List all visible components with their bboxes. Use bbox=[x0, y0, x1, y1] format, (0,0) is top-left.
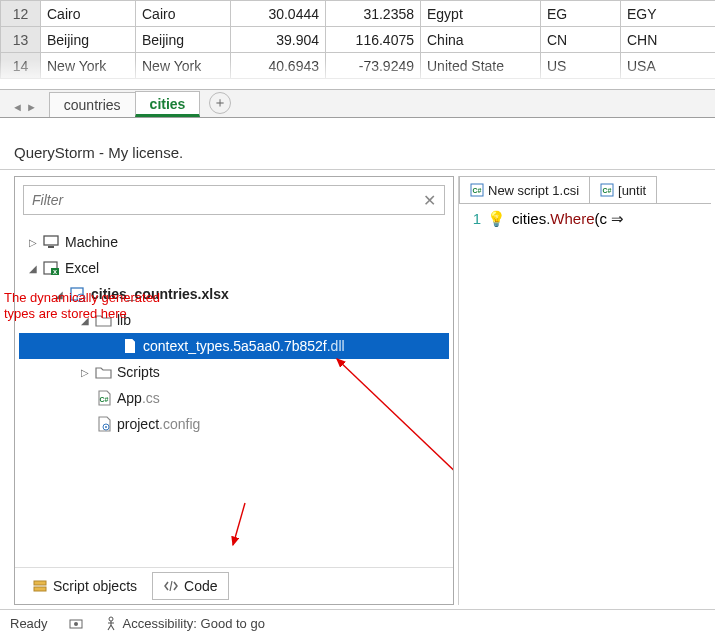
cell[interactable]: Beijing bbox=[41, 27, 136, 53]
editor-tab-2[interactable]: C# [untit bbox=[590, 176, 657, 203]
code-editor[interactable]: 1 💡 cities.Where(c ⇒ bbox=[459, 204, 711, 605]
workbook-icon bbox=[69, 285, 87, 303]
row-number[interactable]: 14 bbox=[1, 53, 41, 79]
cell[interactable]: CN bbox=[541, 27, 621, 53]
cell[interactable]: Cairo bbox=[41, 1, 136, 27]
expand-icon[interactable]: ▷ bbox=[79, 367, 91, 378]
explorer-tabs: Script objects Code bbox=[15, 567, 453, 604]
add-sheet-button[interactable]: ＋ bbox=[209, 92, 231, 114]
cell[interactable]: 116.4075 bbox=[326, 27, 421, 53]
cell[interactable]: New York bbox=[41, 53, 136, 79]
line-number: 1 bbox=[465, 210, 487, 599]
code-icon bbox=[163, 578, 179, 594]
annotation-arrow-code bbox=[215, 503, 255, 563]
svg-point-20 bbox=[74, 622, 78, 626]
svg-point-9 bbox=[105, 426, 107, 428]
sheet-row[interactable]: 14New YorkNew York40.6943-73.9249United … bbox=[1, 53, 716, 79]
cell[interactable]: 30.0444 bbox=[231, 1, 326, 27]
sheet-row[interactable]: 13BeijingBeijing39.904116.4075ChinaCNCHN bbox=[1, 27, 716, 53]
cell[interactable]: EGY bbox=[621, 1, 716, 27]
lightbulb-icon[interactable]: 💡 bbox=[487, 210, 506, 599]
sheet-row[interactable]: 12CairoCairo30.044431.2358EgyptEGEGY bbox=[1, 1, 716, 27]
svg-point-21 bbox=[109, 617, 113, 621]
cell[interactable]: Egypt bbox=[421, 1, 541, 27]
tree-label: context_types.5a5aa0.7b852f.dll bbox=[143, 338, 345, 354]
editor-pane: C# New script 1.csi C# [untit 1 💡 cities… bbox=[458, 176, 711, 605]
editor-tabs: C# New script 1.csi C# [untit bbox=[459, 176, 711, 204]
svg-rect-1 bbox=[48, 246, 54, 248]
sheet-nav[interactable]: ◄► bbox=[10, 101, 49, 117]
tree-label: project.config bbox=[117, 416, 200, 432]
explorer-pane: ✕ ▷ Machine ◢ X Excel ◢ bbox=[14, 176, 454, 605]
tree-label: App.cs bbox=[117, 390, 160, 406]
filter-input[interactable] bbox=[32, 192, 423, 208]
expand-icon[interactable]: ▷ bbox=[27, 237, 39, 248]
tree: ▷ Machine ◢ X Excel ◢ cities_cou bbox=[15, 223, 453, 567]
collapse-icon[interactable]: ◢ bbox=[27, 263, 39, 274]
svg-line-14 bbox=[170, 581, 172, 591]
tree-node-lib[interactable]: ◢ lib bbox=[19, 307, 449, 333]
folder-open-icon bbox=[95, 311, 113, 329]
spreadsheet[interactable]: 12CairoCairo30.044431.2358EgyptEGEGY13Be… bbox=[0, 0, 715, 90]
svg-text:X: X bbox=[53, 269, 57, 275]
csharp-script-icon: C# bbox=[600, 183, 614, 197]
cell[interactable]: 39.904 bbox=[231, 27, 326, 53]
script-objects-icon bbox=[32, 578, 48, 594]
cell[interactable]: USA bbox=[621, 53, 716, 79]
csharp-file-icon: C# bbox=[95, 389, 113, 407]
tab-countries[interactable]: countries bbox=[49, 92, 136, 117]
machine-icon bbox=[43, 233, 61, 251]
file-icon bbox=[121, 337, 139, 355]
cell[interactable]: EG bbox=[541, 1, 621, 27]
svg-text:C#: C# bbox=[603, 187, 612, 194]
tree-node-machine[interactable]: ▷ Machine bbox=[19, 229, 449, 255]
panel-title: QueryStorm - My license. bbox=[0, 136, 715, 169]
cell[interactable]: United State bbox=[421, 53, 541, 79]
cell[interactable]: China bbox=[421, 27, 541, 53]
status-accessibility[interactable]: Accessibility: Good to go bbox=[104, 616, 265, 632]
tree-label: Excel bbox=[65, 260, 99, 276]
cell[interactable]: US bbox=[541, 53, 621, 79]
collapse-icon[interactable]: ◢ bbox=[79, 315, 91, 326]
tree-label: Scripts bbox=[117, 364, 160, 380]
status-bar: Ready Accessibility: Good to go bbox=[0, 610, 715, 637]
tree-node-excel[interactable]: ◢ X Excel bbox=[19, 255, 449, 281]
folder-icon bbox=[95, 363, 113, 381]
clear-filter-icon[interactable]: ✕ bbox=[423, 191, 436, 210]
svg-rect-13 bbox=[34, 587, 46, 591]
row-number[interactable]: 13 bbox=[1, 27, 41, 53]
config-file-icon bbox=[95, 415, 113, 433]
cell[interactable]: 31.2358 bbox=[326, 1, 421, 27]
tree-label: lib bbox=[117, 312, 131, 328]
row-number[interactable]: 12 bbox=[1, 1, 41, 27]
tree-node-workbook[interactable]: ◢ cities_countries.xlsx bbox=[19, 281, 449, 307]
tab-code[interactable]: Code bbox=[152, 572, 228, 600]
status-macro-icon[interactable] bbox=[68, 616, 84, 632]
cell[interactable]: 40.6943 bbox=[231, 53, 326, 79]
tree-label: cities_countries.xlsx bbox=[91, 286, 229, 302]
svg-point-6 bbox=[77, 294, 85, 302]
cell[interactable]: Beijing bbox=[136, 27, 231, 53]
tab-script-objects[interactable]: Script objects bbox=[21, 572, 148, 600]
svg-rect-12 bbox=[34, 581, 46, 585]
svg-text:C#: C# bbox=[473, 187, 482, 194]
worksheet-tabbar: ◄► countries cities ＋ bbox=[0, 90, 715, 118]
svg-line-10 bbox=[337, 359, 453, 481]
cell[interactable]: -73.9249 bbox=[326, 53, 421, 79]
cell[interactable]: CHN bbox=[621, 27, 716, 53]
tree-label: Machine bbox=[65, 234, 118, 250]
svg-rect-0 bbox=[44, 236, 58, 245]
status-ready: Ready bbox=[10, 616, 48, 631]
cell[interactable]: New York bbox=[136, 53, 231, 79]
code-line[interactable]: cities.Where(c ⇒ bbox=[512, 210, 624, 599]
editor-tab-1[interactable]: C# New script 1.csi bbox=[459, 176, 590, 203]
excel-icon: X bbox=[43, 259, 61, 277]
svg-line-11 bbox=[233, 503, 245, 545]
accessibility-icon bbox=[104, 616, 118, 632]
filter-box[interactable]: ✕ bbox=[23, 185, 445, 215]
collapse-icon[interactable]: ◢ bbox=[53, 289, 65, 300]
svg-text:C#: C# bbox=[100, 396, 109, 403]
tab-cities[interactable]: cities bbox=[135, 91, 201, 117]
annotation-arrow bbox=[325, 351, 453, 471]
cell[interactable]: Cairo bbox=[136, 1, 231, 27]
